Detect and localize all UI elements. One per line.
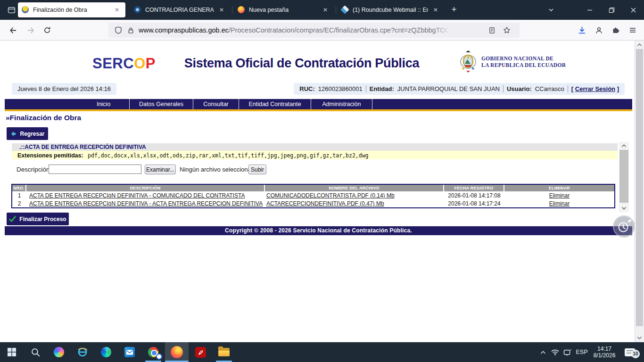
nav-item-consultar[interactable]: Consultar (193, 99, 239, 109)
extensions-icon[interactable] (609, 24, 622, 37)
lock-icon[interactable] (124, 24, 137, 36)
entity-label: Entidad: (370, 83, 394, 95)
table-row: 2 ACTA DE ENTREGA RECEPCIóN DEFINITIVA -… (12, 199, 614, 207)
menu-hamburger-icon[interactable] (626, 24, 639, 37)
window-close-button[interactable] (622, 0, 644, 20)
acrobat-reader-icon[interactable] (189, 342, 212, 362)
reader-view-icon[interactable] (486, 24, 498, 36)
tab-close-icon[interactable]: ✕ (431, 5, 440, 15)
window-scrollbar[interactable] (635, 41, 644, 342)
window-minimize-button[interactable] (579, 0, 601, 20)
list-all-tabs-icon[interactable] (540, 0, 562, 20)
tab-close-icon[interactable]: ✕ (217, 5, 226, 15)
file-explorer-icon[interactable] (212, 342, 236, 362)
firefox-view-icon[interactable] (5, 4, 18, 16)
tab-finalizacion-de-obra[interactable]: Finalización de Obra ✕ (18, 2, 125, 17)
gov-text-line1: GOBIERNO NACIONAL DE (481, 55, 566, 62)
copilot-icon[interactable] (47, 342, 71, 362)
browse-file-button[interactable]: Examinar... (145, 165, 176, 174)
tray-expand-chevron-icon[interactable] (537, 342, 549, 362)
search-icon[interactable] (24, 342, 47, 362)
green-check-icon (9, 215, 16, 222)
edge-icon[interactable] (94, 342, 118, 362)
document-description-link[interactable]: ACTA DE ENTREGA RECEPCIóN DEFINITIVA - C… (29, 192, 245, 199)
delete-file-link[interactable]: Eliminar (549, 192, 570, 199)
document-description-link[interactable]: ACTA DE ENTREGA RECEPCIóN DEFINITIVA - A… (29, 200, 263, 207)
section-scrollbar[interactable] (619, 142, 629, 212)
allowed-extensions-row: Extensiones pemitidas: pdf,doc,docx,xls,… (12, 151, 618, 159)
tab-contraloria[interactable]: CONTRALORIA GENERAL DEL E ✕ (130, 2, 230, 17)
tab-nueva-pestana[interactable]: Nueva pestaña ✕ (234, 2, 334, 17)
new-tab-button[interactable]: + (448, 4, 460, 16)
language-indicator[interactable]: ESP (573, 342, 590, 362)
clock[interactable]: 14:17 8/1/2026 (589, 342, 619, 362)
account-icon[interactable] (592, 24, 605, 37)
back-icon[interactable] (6, 24, 19, 37)
tab-roundcube-webmail[interactable]: (1) Roundcube Webmail :: Entra ✕ (338, 2, 444, 17)
browser-tab-bar: Finalización de Obra ✕ CONTRALORIA GENER… (0, 0, 644, 20)
scroll-up-icon[interactable] (619, 142, 629, 149)
back-button-label: Regresar (20, 131, 44, 137)
logout-wrapper: [ Cerrar Sesión ] (571, 83, 619, 95)
file-name-link[interactable]: ACTARECEPCIONDEFINITIVA.PDF (0.47) Mb (266, 200, 384, 207)
scrollbar-thumb[interactable] (636, 49, 643, 326)
session-banner: RUC: 1260023860001 Entidad: JUNTA PARROQ… (294, 83, 625, 95)
notification-center-icon[interactable]: 10 (621, 342, 638, 362)
outlook-icon[interactable] (118, 342, 141, 362)
back-arrow-icon (10, 131, 17, 137)
firefox-icon[interactable] (165, 342, 189, 362)
wifi-icon[interactable] (549, 342, 561, 362)
back-to-previous-button[interactable]: Regresar (7, 127, 48, 140)
sercop-logo-text: SERC (92, 55, 134, 72)
logout-link[interactable]: Cerrar Sesión (575, 85, 615, 92)
site-footer-copyright: Copyright © 2008 - 2026 Servicio Naciona… (5, 226, 632, 235)
downloads-icon[interactable] (575, 24, 588, 37)
scroll-down-icon[interactable] (619, 205, 629, 212)
description-label: Descripción: (17, 166, 51, 173)
nav-item-inicio[interactable]: Inicio (78, 99, 130, 109)
logout-bracket-close: ] (617, 85, 619, 92)
description-input[interactable] (49, 165, 141, 174)
tab-close-icon[interactable]: ✕ (112, 5, 122, 15)
ecuador-coat-of-arms (459, 50, 478, 74)
col-header-archivo: NOMBRE DEL ARCHIVO (265, 185, 444, 191)
notification-count-badge: 10 (631, 350, 640, 358)
extensions-label: Extensiones pemitidas: (17, 152, 83, 159)
internet-explorer-icon[interactable] (71, 342, 94, 362)
forward-icon[interactable] (25, 24, 38, 37)
file-name-link[interactable]: COMUNICADODELCONTRATISTA.PDF (0.14) Mb (266, 192, 395, 199)
nav-item-administracion[interactable]: Administración (311, 99, 372, 109)
scroll-up-icon[interactable] (635, 41, 644, 49)
nav-item-datos-generales[interactable]: Datos Generales (130, 99, 193, 109)
tab-title: (1) Roundcube Webmail :: Entra (353, 7, 428, 13)
ruc-value: 1260023860001 (318, 83, 363, 95)
page-title: »Finalización de Obra (6, 114, 81, 122)
reload-icon[interactable] (41, 24, 54, 37)
sercop-logo-o: O (134, 55, 146, 72)
uploaded-files-table: NRO. DESCRIPCIÓN NOMBRE DEL ARCHIVO FECH… (11, 184, 615, 208)
url-path: /ProcesoContratacion/compras/EC/finaliza… (229, 26, 450, 34)
col-header-fecha: FECHA REGISTRO (444, 185, 504, 191)
shield-icon[interactable] (112, 24, 124, 36)
sercop-logo: SERCOP (92, 55, 156, 72)
bookmark-star-icon[interactable] (501, 24, 513, 36)
finish-button-label: Finalizar Proceso (19, 216, 66, 222)
col-header-descripcion: DESCRIPCIÓN (26, 185, 265, 191)
tray-device-icon[interactable] (561, 342, 573, 362)
scrollbar-thumb[interactable] (619, 150, 628, 203)
gold-divider (5, 109, 632, 111)
extensions-list: pdf,doc,docx,xls,xlsx,odt,ods,zip,rar,xm… (88, 152, 368, 159)
finish-process-button[interactable]: Finalizar Proceso (7, 213, 69, 225)
upload-button[interactable]: Subir (248, 165, 266, 174)
delete-file-link[interactable]: Eliminar (549, 200, 570, 207)
window-restore-button[interactable] (601, 0, 622, 20)
nav-item-entidad-contratante[interactable]: Entidad Contratante (239, 99, 311, 109)
contraloria-favicon (134, 6, 141, 14)
start-button[interactable] (0, 342, 24, 362)
tab-close-icon[interactable]: ✕ (321, 5, 330, 15)
screen-time-overlay-widget[interactable] (613, 215, 635, 238)
table-header-row: NRO. DESCRIPCIÓN NOMBRE DEL ARCHIVO FECH… (12, 185, 614, 191)
scroll-down-icon[interactable] (635, 334, 644, 342)
chrome-icon[interactable] (141, 342, 165, 362)
url-bar[interactable]: www.compraspublicas.gob.ec/ProcesoContra… (108, 23, 520, 38)
